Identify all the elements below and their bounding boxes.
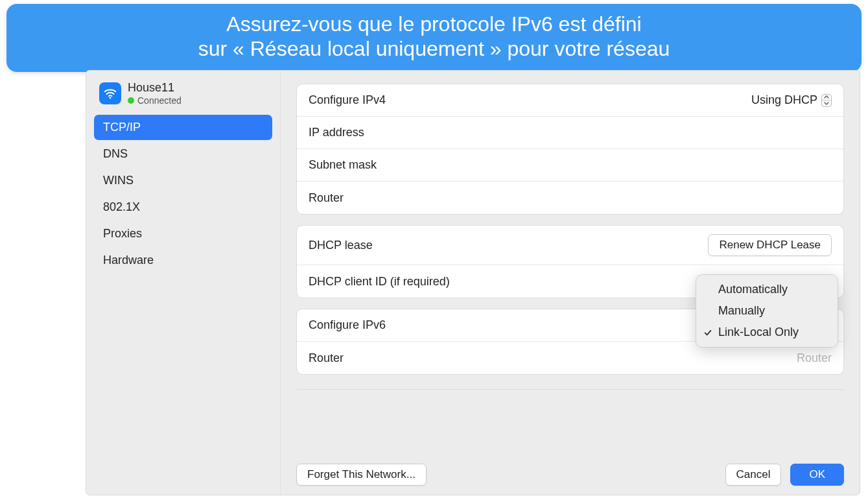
banner-line-1: Assurez-vous que le protocole IPv6 est d… [19,12,849,36]
sidebar-tabs: TCP/IP DNS WINS 802.1X Proxies Hardware [94,115,272,273]
row-subnet-mask: Subnet mask [297,149,843,182]
tab-wins[interactable]: WINS [94,168,272,193]
ipv4-panel: Configure IPv4 Using DHCP IP address Sub… [296,84,844,215]
tab-tcpip[interactable]: TCP/IP [94,115,272,140]
value-configure-ipv4: Using DHCP [751,93,817,107]
updown-icon [821,94,832,107]
network-status: Connected [128,95,182,106]
label-router-ipv4: Router [309,191,344,205]
row-configure-ipv4: Configure IPv4 Using DHCP [297,84,843,117]
option-label: Link-Local Only [718,326,799,339]
ipv6-option-link-local-only[interactable]: Link-Local Only [696,322,838,343]
network-text: House11 Connected [128,81,182,106]
banner-line-2: sur « Réseau local uniquement » pour vot… [19,36,849,61]
tab-label: WINS [103,174,134,187]
row-router-ipv4: Router [297,182,843,214]
tab-label: TCP/IP [103,121,141,134]
label-configure-ipv4: Configure IPv4 [309,93,386,107]
tab-dns[interactable]: DNS [94,141,272,167]
network-header: House11 Connected [94,77,272,112]
ipv6-dropdown-menu: Automatically Manually Link-Local Only [696,274,838,348]
tab-proxies[interactable]: Proxies [94,221,272,246]
footer-right: Cancel OK [725,464,844,486]
router-ipv6-placeholder: Router [797,351,832,365]
tab-8021x[interactable]: 802.1X [94,195,272,220]
tab-label: Proxies [103,227,142,240]
network-status-label: Connected [137,95,182,106]
instruction-banner: Assurez-vous que le protocole IPv6 est d… [6,4,862,72]
option-label: Manually [718,304,765,318]
row-ip-address: IP address [297,117,843,149]
checkmark-icon [703,328,713,337]
status-dot-icon [128,97,134,104]
network-name: House11 [128,81,182,95]
wifi-icon [99,82,121,104]
tab-hardware[interactable]: Hardware [94,248,272,273]
content-pane: Configure IPv4 Using DHCP IP address Sub… [281,71,860,495]
label-subnet-mask: Subnet mask [309,158,377,172]
ipv6-option-manually[interactable]: Manually [696,300,838,322]
label-ip-address: IP address [309,126,364,139]
network-settings-window: House11 Connected TCP/IP DNS WINS 802.1X… [86,70,860,495]
row-dhcp-lease: DHCP lease Renew DHCP Lease [297,226,843,265]
cancel-button[interactable]: Cancel [725,464,782,486]
forget-network-button[interactable]: Forget This Network... [296,464,427,486]
label-dhcp-client-id: DHCP client ID (if required) [309,275,450,289]
ipv6-panel: Configure IPv6 Automatically Manually [296,309,844,375]
tab-label: DNS [103,147,128,160]
svg-point-0 [110,97,111,99]
ok-button[interactable]: OK [790,464,844,486]
select-configure-ipv4[interactable]: Using DHCP [751,93,832,107]
tab-label: Hardware [103,254,154,267]
label-router-ipv6: Router [309,351,344,365]
renew-dhcp-button[interactable]: Renew DHCP Lease [708,234,832,256]
separator [296,389,844,390]
label-configure-ipv6: Configure IPv6 [309,318,386,332]
row-configure-ipv6: Configure IPv6 Automatically Manually [297,309,843,342]
ipv6-option-automatically[interactable]: Automatically [696,279,838,300]
tab-label: 802.1X [103,200,140,213]
sidebar: House11 Connected TCP/IP DNS WINS 802.1X… [86,71,281,495]
label-dhcp-lease: DHCP lease [309,239,373,252]
option-label: Automatically [718,283,788,296]
footer: Forget This Network... Cancel OK [296,457,844,495]
